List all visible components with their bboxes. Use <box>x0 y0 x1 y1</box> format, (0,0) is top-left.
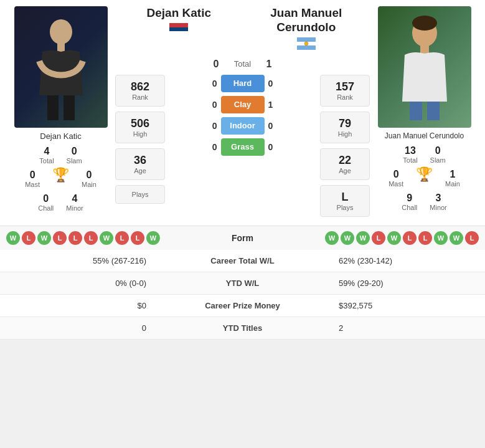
right-form-badge-w: W <box>341 231 354 245</box>
grass-button[interactable]: Grass <box>221 138 265 156</box>
right-high-label: High <box>323 130 367 138</box>
svg-point-12 <box>412 16 437 31</box>
left-minor-label: Minor <box>66 204 83 212</box>
right-player-photo <box>378 6 471 128</box>
left-mast-label: Mast <box>25 181 40 188</box>
hard-row: 0 Hard 0 <box>205 75 281 92</box>
form-section: WLWLLLWLLW Form WWWLWLLWWL <box>0 226 485 250</box>
stat-label-1: YTD W/L <box>156 272 329 294</box>
left-chall-value: 0 <box>43 193 49 204</box>
left-form-badge-l: L <box>68 231 82 245</box>
left-form-badge-w: W <box>6 231 20 245</box>
clay-button[interactable]: Clay <box>221 96 265 113</box>
left-total-value: 4 <box>44 146 50 157</box>
left-total-label: Total <box>39 157 54 164</box>
right-plays-block: L Plays <box>320 185 370 217</box>
right-form-badge-w: W <box>450 231 463 245</box>
left-form-badge-l: L <box>131 231 144 245</box>
right-form-badge-l: L <box>465 231 479 245</box>
stat-label-2: Career Prize Money <box>156 294 329 317</box>
left-form: WLWLLLWLLW <box>6 231 218 245</box>
right-rank-area: 157 Rank 79 High 22 Age L Plays <box>320 75 370 219</box>
stat-right-3: 2 <box>329 317 485 339</box>
indoor-score-right: 0 <box>268 121 281 131</box>
right-age-value: 22 <box>323 154 367 167</box>
stats-row-1: 0% (0-0) YTD W/L 59% (29-20) <box>0 272 485 294</box>
left-slam-label: Slam <box>67 157 82 164</box>
total-score-right: 1 <box>266 59 272 70</box>
left-age-label: Age <box>118 167 162 174</box>
left-high-block: 506 High <box>115 112 165 143</box>
right-form-badge-l: L <box>372 231 385 245</box>
svg-point-0 <box>50 19 72 44</box>
left-name-flag: Dejan Katic <box>115 6 243 52</box>
stats-row-0: 55% (267-216) Career Total W/L 62% (230-… <box>0 250 485 272</box>
left-trophy-icon: 🏆 <box>52 167 69 183</box>
stat-left-1: 0% (0-0) <box>0 272 156 294</box>
left-slam-value: 0 <box>72 146 77 157</box>
grass-score-right: 0 <box>268 142 281 152</box>
stats-row-3: 0 YTD Titles 2 <box>0 317 485 339</box>
left-rank-area: 862 Rank 506 High 36 Age Plays <box>115 75 165 219</box>
total-score-row: 0 Total 1 <box>115 59 370 70</box>
right-player-name: Juan Manuel Cerundolo <box>385 131 464 140</box>
right-rank-value: 157 <box>323 80 367 93</box>
stat-label-3: YTD Titles <box>156 317 329 339</box>
right-plays-label: Plays <box>323 204 367 211</box>
indoor-button[interactable]: Indoor <box>221 117 265 135</box>
left-player-photo <box>14 6 108 128</box>
right-minor-label: Minor <box>430 204 447 211</box>
right-minor-value: 3 <box>436 193 441 204</box>
right-rank-block: 157 Rank <box>320 75 370 107</box>
left-center-name: Dejan Katic <box>147 6 211 21</box>
clay-score-right: 1 <box>268 100 281 110</box>
right-form-badge-w: W <box>434 231 448 245</box>
right-form-badge-w: W <box>325 231 339 245</box>
left-high-value: 506 <box>118 117 162 130</box>
svg-rect-3 <box>64 95 75 120</box>
svg-point-10 <box>304 42 308 45</box>
right-form-badge-l: L <box>403 231 417 245</box>
svg-rect-15 <box>427 102 440 120</box>
left-form-badge-l: L <box>22 231 35 245</box>
right-trophy-icon: 🏆 <box>416 166 433 183</box>
hard-button[interactable]: Hard <box>221 75 265 92</box>
total-score-left: 0 <box>214 59 219 70</box>
left-plays-block: Plays <box>115 185 165 204</box>
indoor-row: 0 Indoor 0 <box>205 117 281 135</box>
stat-label-0: Career Total W/L <box>156 250 329 272</box>
left-rank-block: 862 Rank <box>115 75 165 107</box>
left-player-column: Dejan Katic 4 Total 0 Slam 0 Mast <box>6 6 115 219</box>
stat-left-0: 55% (267-216) <box>0 250 156 272</box>
left-flag <box>169 23 188 38</box>
grass-score-left: 0 <box>205 142 217 152</box>
left-chall-label: Chall <box>38 204 54 212</box>
svg-rect-14 <box>410 102 422 120</box>
center-column: Dejan Katic Juan Manuel Cerundolo <box>115 6 370 219</box>
stat-right-1: 59% (29-20) <box>329 272 485 294</box>
right-total-value: 13 <box>405 145 416 156</box>
right-high-block: 79 High <box>320 112 370 143</box>
right-main-label: Main <box>445 180 460 188</box>
right-mast-label: Mast <box>388 180 403 188</box>
svg-rect-4 <box>169 23 188 27</box>
left-form-badge-l: L <box>84 231 98 245</box>
svg-rect-13 <box>420 44 429 54</box>
right-plays-value: L <box>323 191 367 204</box>
left-form-badge-w: W <box>37 231 51 245</box>
left-main-value: 0 <box>86 169 92 181</box>
svg-rect-6 <box>169 31 188 36</box>
left-minor-value: 4 <box>72 193 78 204</box>
left-form-badge-l: L <box>115 231 129 245</box>
right-age-label: Age <box>323 167 367 174</box>
clay-score-left: 0 <box>205 100 217 110</box>
left-rank-label: Rank <box>118 93 162 101</box>
clay-row: 0 Clay 1 <box>205 96 281 113</box>
right-form-badge-w: W <box>356 231 370 245</box>
right-flag <box>297 37 316 52</box>
right-slam-value: 0 <box>435 145 441 156</box>
svg-rect-5 <box>169 27 188 31</box>
stat-right-2: $392,575 <box>329 294 485 317</box>
left-main-label: Main <box>82 181 97 188</box>
right-main-value: 1 <box>450 169 455 180</box>
